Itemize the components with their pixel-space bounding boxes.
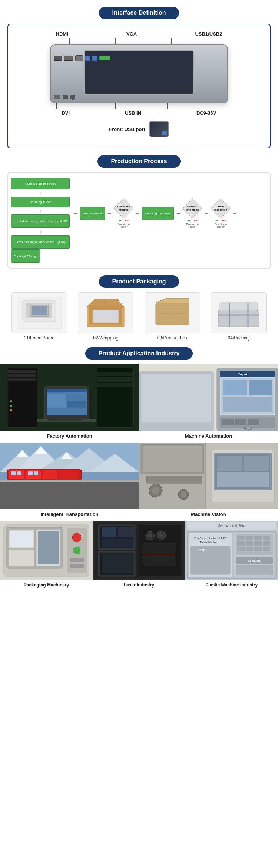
svg-rect-149 xyxy=(246,547,253,551)
process-step-mount: Mounting screen xyxy=(11,197,70,207)
interface-title: Interface Definition xyxy=(99,7,179,19)
svg-text:高速PET瓶胚注塑机: 高速PET瓶胚注塑机 xyxy=(218,524,245,527)
machine-label: Machine Automation xyxy=(185,433,232,439)
usbin-label: USB IN xyxy=(125,110,141,116)
packaging-section: 01/Foam Board 02/Wrapping xyxy=(7,292,271,341)
svg-rect-80 xyxy=(34,471,38,475)
svg-rect-92 xyxy=(217,472,269,487)
svg-rect-86 xyxy=(143,446,202,472)
app-item-packaging: Packaging Machinery xyxy=(0,521,93,591)
packaging-grid: 01/Foam Board 02/Wrapping xyxy=(7,292,271,341)
svg-text:Xispek: Xispek xyxy=(238,372,248,376)
machine-img: Xispek Xispek xyxy=(139,364,278,431)
svg-point-97 xyxy=(181,491,186,497)
svg-text:Ong.: Ong. xyxy=(199,548,206,552)
svg-rect-142 xyxy=(254,536,262,540)
svg-rect-57 xyxy=(235,419,246,425)
plastic-label: Plastic Machine Industry xyxy=(206,582,258,588)
svg-rect-77 xyxy=(11,471,16,475)
svg-rect-26 xyxy=(8,370,36,373)
foam-board-img xyxy=(11,292,67,333)
interface-header: Interface Definition xyxy=(0,7,278,19)
svg-rect-79 xyxy=(28,471,33,475)
app-item-vision: Machine Vision xyxy=(139,443,278,521)
svg-rect-52 xyxy=(223,380,247,395)
svg-rect-28 xyxy=(8,378,36,381)
vision-label: Machine Vision xyxy=(191,512,226,517)
svg-rect-10 xyxy=(32,306,47,315)
product-box-img xyxy=(145,292,200,333)
svg-point-108 xyxy=(72,533,81,542)
svg-point-38 xyxy=(10,405,12,407)
svg-rect-32 xyxy=(47,394,66,408)
app-row-1: Factory Automation Xispek xyxy=(0,364,278,443)
packaging-item-box: 03/Product Box xyxy=(145,292,200,341)
svg-rect-36 xyxy=(48,419,82,421)
svg-rect-121 xyxy=(102,554,132,573)
packing-img xyxy=(211,292,267,333)
svg-rect-42 xyxy=(97,377,133,382)
svg-rect-144 xyxy=(237,541,245,546)
svg-point-109 xyxy=(73,547,80,554)
dvi-label: DVI xyxy=(62,110,70,116)
vision-img xyxy=(139,443,278,509)
svg-rect-56 xyxy=(222,419,234,425)
app-item-transport: Intelligent Transportation xyxy=(0,443,139,521)
svg-rect-27 xyxy=(8,374,36,377)
svg-text:Xispek: Xispek xyxy=(244,428,253,431)
application-title: Product Application Industry xyxy=(85,347,193,360)
svg-rect-78 xyxy=(17,471,21,475)
application-section: Factory Automation Xispek xyxy=(0,364,278,591)
svg-rect-34 xyxy=(67,401,86,408)
packaging-item-packing: 04/Packing xyxy=(211,292,267,341)
production-section: Tape sticked on screen ↓ Mounting screen… xyxy=(7,172,271,269)
svg-rect-46 xyxy=(141,374,211,422)
packaging-item-foam: 01/Foam Board xyxy=(11,292,67,341)
svg-rect-141 xyxy=(246,536,253,540)
app-item-plastic: 高速PET瓶胚注塑机 The Control System of PET Pla… xyxy=(185,521,278,591)
production-header: Production Process xyxy=(0,155,278,168)
hdmi-label: HDMI xyxy=(56,31,68,37)
svg-rect-106 xyxy=(38,531,59,564)
svg-point-37 xyxy=(10,400,12,402)
process-step-final-asm: Final assembly xyxy=(80,207,105,220)
svg-rect-118 xyxy=(102,539,133,547)
svg-rect-148 xyxy=(237,547,245,551)
packaging-machine-img xyxy=(0,521,93,580)
app-item-laser: Laser Industry xyxy=(93,521,185,591)
svg-rect-58 xyxy=(248,419,259,425)
svg-rect-140 xyxy=(237,536,245,540)
laser-img xyxy=(93,521,185,580)
front-usb-label: Front: USB port xyxy=(109,126,145,132)
svg-rect-53 xyxy=(249,380,272,395)
transport-label: Intelligent Transportation xyxy=(40,512,98,517)
svg-rect-40 xyxy=(96,368,133,427)
svg-point-39 xyxy=(10,409,12,411)
svg-rect-145 xyxy=(246,541,253,546)
process-step-packing: Packing& Storage xyxy=(11,249,40,263)
factory-img xyxy=(0,364,139,431)
svg-point-95 xyxy=(152,487,159,494)
svg-rect-102 xyxy=(10,531,33,547)
svg-point-124 xyxy=(148,533,152,538)
svg-rect-91 xyxy=(244,456,269,471)
svg-rect-104 xyxy=(10,551,33,565)
svg-rect-20 xyxy=(220,303,258,311)
svg-rect-31 xyxy=(47,389,87,392)
svg-rect-143 xyxy=(263,536,270,540)
svg-rect-136 xyxy=(191,546,230,574)
svg-rect-151 xyxy=(263,547,270,551)
svg-rect-111 xyxy=(70,564,84,568)
svg-rect-23 xyxy=(218,314,259,316)
svg-rect-43 xyxy=(97,383,133,387)
app-item-factory: Factory Automation xyxy=(0,364,139,443)
dc-label: DC9-36V xyxy=(196,110,216,116)
device-image xyxy=(50,44,228,103)
svg-rect-117 xyxy=(118,527,133,537)
usb12-label: USB1/USB2 xyxy=(195,31,222,37)
production-title: Production Process xyxy=(97,155,180,168)
svg-text:The Control System of PET: The Control System of PET xyxy=(194,537,226,540)
svg-rect-76 xyxy=(59,470,78,479)
app-row-3: Packaging Machinery xyxy=(0,521,278,591)
packaging-item-wrapping: 02/Wrapping xyxy=(78,292,133,341)
